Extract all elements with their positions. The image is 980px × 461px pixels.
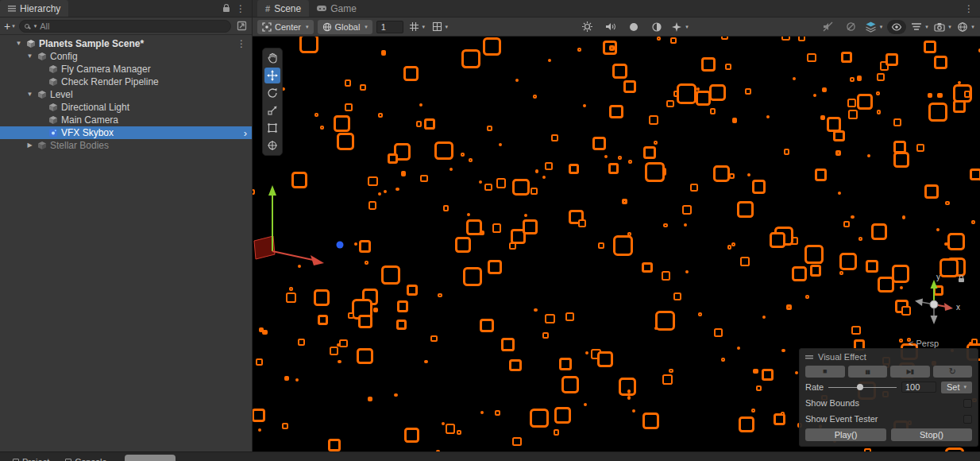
vfx-particle xyxy=(461,153,465,157)
gameobject-icon xyxy=(37,141,47,150)
scene-viewport[interactable]: y x < Persp Visual Effect ■ ▮▮ ▶▮ ↻ Rat xyxy=(253,37,980,451)
tree-row[interactable]: ▼Level xyxy=(0,88,252,101)
foldout-icon[interactable]: ▼ xyxy=(25,53,34,60)
bottom-active-tab[interactable] xyxy=(125,455,176,461)
scale-tool[interactable] xyxy=(264,103,280,118)
vfx-particle xyxy=(592,137,606,150)
slider-handle[interactable] xyxy=(857,384,863,390)
flare-dropdown-icon[interactable]: ▾ xyxy=(670,20,689,34)
transform-tool[interactable] xyxy=(264,138,280,153)
vfx-particle xyxy=(438,293,442,297)
show-event-tester-row: Show Event Tester xyxy=(805,413,972,425)
hierarchy-search[interactable]: ▾ xyxy=(19,20,231,33)
vfx-particle xyxy=(627,232,631,236)
vfx-particle xyxy=(381,265,400,285)
tab-console[interactable]: Console xyxy=(57,452,114,461)
vfx-particle xyxy=(747,173,750,176)
tree-row[interactable]: Check Render Pipeline xyxy=(0,76,252,88)
vfx-particle xyxy=(713,165,731,183)
vfx-particle xyxy=(569,164,580,175)
grid-snap-dropdown[interactable]: ▾ xyxy=(407,20,426,34)
kebab-icon[interactable]: ⋮ xyxy=(964,4,974,14)
search-input[interactable] xyxy=(40,21,226,31)
vfx-particle xyxy=(348,312,354,319)
tab-hierarchy[interactable]: Hierarchy xyxy=(0,0,68,17)
kebab-icon[interactable]: ⋮ xyxy=(236,4,245,14)
stop-button[interactable]: Stop() xyxy=(891,428,972,441)
rect-tool[interactable] xyxy=(264,120,280,136)
vfx-particle xyxy=(320,126,324,130)
tab-scene[interactable]: # Scene xyxy=(257,0,309,17)
vfx-particle xyxy=(378,192,382,196)
play-button[interactable]: Play() xyxy=(805,428,886,441)
projection-mode-label[interactable]: < Persp xyxy=(909,339,939,348)
move-tool[interactable] xyxy=(264,68,280,83)
vfx-particle xyxy=(833,130,844,141)
hierarchy-panel: Hierarchy ⋮ + ▾ ▾ ▼Planets Sample Scene*… xyxy=(0,0,253,451)
view-hand-tool[interactable] xyxy=(264,50,280,66)
vfx-particle xyxy=(284,376,289,381)
foldout-icon[interactable]: ▼ xyxy=(25,91,34,98)
overlays-dropdown-icon[interactable]: ▾ xyxy=(910,20,929,34)
drag-handle-icon[interactable] xyxy=(805,355,813,359)
tab-project[interactable]: Project xyxy=(5,452,57,461)
vfx-particle xyxy=(613,235,634,256)
effects-muted-icon[interactable] xyxy=(841,20,860,34)
scene-lighting-toggle-icon[interactable] xyxy=(578,20,597,34)
tree-row[interactable]: Fly Camera Manager xyxy=(0,63,252,76)
lock-icon[interactable] xyxy=(223,7,230,12)
show-bounds-checkbox[interactable] xyxy=(963,399,972,408)
vfx-particle xyxy=(338,360,341,364)
rotate-tool[interactable] xyxy=(264,85,280,101)
vfx-particle xyxy=(762,369,774,381)
tool-handle-rotation-dropdown[interactable]: Global ▾ xyxy=(318,20,372,34)
camera-settings-dropdown-icon[interactable]: ▾ xyxy=(933,20,952,34)
chevron-right-icon[interactable]: › xyxy=(244,128,247,138)
scene-view-toolbar: Center ▾ Global ▾ ▾ ▾ xyxy=(253,17,980,37)
vfx-restart-button[interactable]: ↻ xyxy=(933,366,973,378)
vfx-particle xyxy=(677,83,697,104)
tree-row[interactable]: VFX Skybox› xyxy=(0,126,252,139)
vfx-particle xyxy=(449,168,453,171)
tree-row[interactable]: ▼Planets Sample Scene*⋮ xyxy=(0,37,252,50)
tree-row[interactable]: Main Camera xyxy=(0,114,252,126)
add-object-button[interactable]: + ▾ xyxy=(4,21,15,32)
show-event-tester-checkbox[interactable] xyxy=(963,415,972,424)
vfx-particle xyxy=(585,351,588,354)
snap-increment-dropdown[interactable]: ▾ xyxy=(430,20,449,34)
rate-value-input[interactable]: 100 xyxy=(901,382,936,393)
vfx-particle xyxy=(368,201,377,210)
plus-icon: + xyxy=(4,21,10,32)
vfx-stop-button[interactable]: ■ xyxy=(805,366,845,378)
scene-picking-icon[interactable] xyxy=(235,21,248,32)
vfx-particle xyxy=(934,56,947,69)
vfx-particle xyxy=(483,37,502,56)
foldout-icon[interactable]: ▶ xyxy=(25,142,34,149)
audio-muted-icon[interactable] xyxy=(818,20,837,34)
vfx-particle xyxy=(714,328,723,338)
tree-row[interactable]: ▼Config xyxy=(0,50,252,63)
tree-row-label: Check Render Pipeline xyxy=(61,76,159,87)
kebab-icon[interactable]: ⋮ xyxy=(237,38,246,49)
vfx-overlay-header[interactable]: Visual Effect xyxy=(805,351,972,362)
foldout-icon[interactable]: ▼ xyxy=(14,41,23,47)
vfx-particle xyxy=(786,304,792,310)
audio-toggle-icon[interactable] xyxy=(601,20,620,34)
vfx-particle xyxy=(781,412,785,416)
rate-slider[interactable] xyxy=(828,383,897,391)
tree-row[interactable]: Directional Light xyxy=(0,101,252,114)
grid-size-input[interactable] xyxy=(376,21,403,33)
scene-visibility-layers-icon[interactable]: ▾ xyxy=(864,20,883,34)
tree-row[interactable]: ▶Stellar Bodies xyxy=(0,139,252,152)
gameobject-icon xyxy=(37,52,47,61)
vfx-step-button[interactable]: ▶▮ xyxy=(890,366,930,378)
rate-set-dropdown[interactable]: Set ▾ xyxy=(941,382,972,393)
gizmos-globe-dropdown-icon[interactable]: ▾ xyxy=(956,20,975,34)
vfx-pause-button[interactable]: ▮▮ xyxy=(848,366,888,378)
vfx-particle xyxy=(384,190,387,193)
eye-icon[interactable] xyxy=(887,20,906,34)
tool-handle-pivot-dropdown[interactable]: Center ▾ xyxy=(257,20,314,34)
fog-toggle-icon[interactable] xyxy=(647,20,666,34)
effects-toggle-icon[interactable] xyxy=(624,20,643,34)
tab-game[interactable]: Game xyxy=(309,0,365,17)
